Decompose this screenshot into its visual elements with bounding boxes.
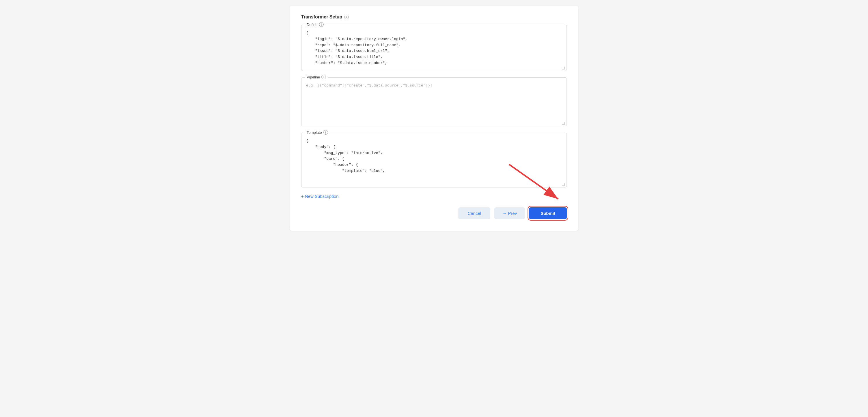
pipeline-fieldset: Pipeline i	[301, 77, 567, 126]
define-info-icon[interactable]: i	[319, 22, 324, 27]
pipeline-resize-handle	[561, 121, 565, 125]
define-label: Define	[307, 23, 318, 27]
pipeline-legend: Pipeline i	[305, 75, 328, 79]
transformer-setup-label: Transformer Setup	[301, 14, 342, 20]
define-fieldset: Define i	[301, 25, 567, 71]
define-resize-handle	[561, 66, 565, 69]
transformer-setup-info-icon[interactable]: i	[344, 15, 349, 19]
template-info-icon[interactable]: i	[323, 130, 328, 135]
define-textarea[interactable]	[306, 29, 562, 67]
pipeline-textarea[interactable]	[306, 81, 562, 122]
template-fieldset: Template i	[301, 133, 567, 187]
submit-button[interactable]: Submit	[529, 207, 567, 219]
cancel-button[interactable]: Cancel	[458, 207, 490, 219]
transformer-setup-title: Transformer Setup i	[301, 14, 567, 20]
page-container: Transformer Setup i Define i Pipeline i …	[290, 6, 578, 231]
template-label: Template	[307, 130, 322, 135]
template-resize-handle	[561, 182, 565, 186]
prev-button[interactable]: ← Prev	[494, 207, 525, 219]
content-wrapper: Transformer Setup i Define i Pipeline i …	[301, 14, 567, 219]
footer-actions: Cancel ← Prev Submit	[301, 207, 567, 219]
template-legend: Template i	[305, 130, 330, 135]
define-legend: Define i	[305, 22, 326, 27]
pipeline-label: Pipeline	[307, 75, 320, 79]
pipeline-info-icon[interactable]: i	[321, 75, 326, 79]
new-subscription-button[interactable]: + New Subscription	[301, 194, 339, 199]
template-textarea[interactable]	[306, 137, 562, 183]
